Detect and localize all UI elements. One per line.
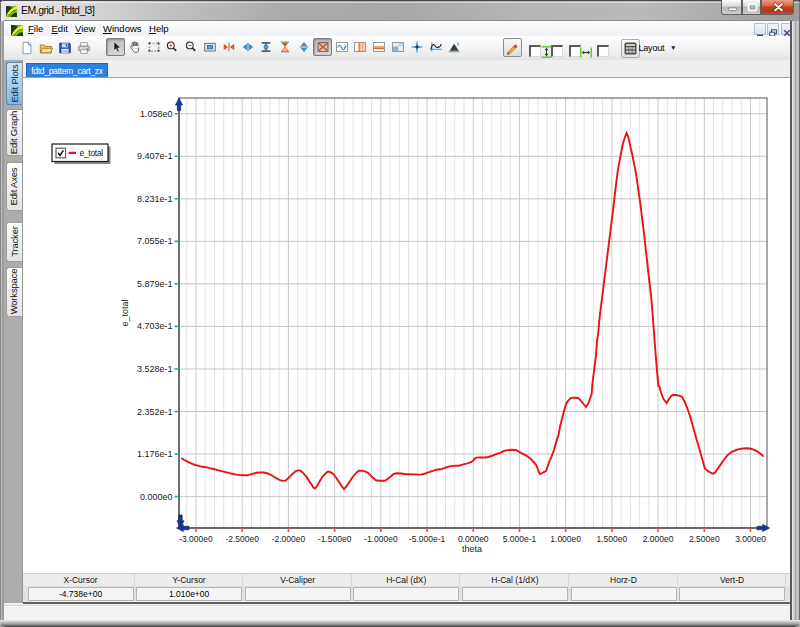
svg-text:4.703e-1: 4.703e-1 — [136, 321, 172, 331]
svg-text:1.500e0: 1.500e0 — [596, 534, 627, 544]
svg-text:1.176e-1: 1.176e-1 — [136, 449, 172, 459]
svg-text:8.231e-1: 8.231e-1 — [136, 194, 172, 204]
svg-text:-5.000e-1: -5.000e-1 — [408, 534, 445, 544]
svg-text:3.000e0: 3.000e0 — [735, 534, 766, 544]
svg-text:-1.500e0: -1.500e0 — [317, 534, 351, 544]
svg-text:9.407e-1: 9.407e-1 — [136, 151, 172, 161]
svg-text:0.000e0: 0.000e0 — [139, 492, 172, 502]
svg-text:e_total: e_total — [120, 299, 130, 326]
svg-text:2.500e0: 2.500e0 — [688, 534, 719, 544]
svg-text:1.000e0: 1.000e0 — [550, 534, 581, 544]
svg-text:7.055e-1: 7.055e-1 — [136, 236, 172, 246]
svg-text:5.000e-1: 5.000e-1 — [502, 534, 536, 544]
svg-text:-2.000e0: -2.000e0 — [271, 534, 305, 544]
svg-text:1.058e0: 1.058e0 — [139, 109, 172, 119]
svg-text:2.000e0: 2.000e0 — [642, 534, 673, 544]
svg-text:-2.500e0: -2.500e0 — [225, 534, 259, 544]
svg-text:-1.000e0: -1.000e0 — [364, 534, 398, 544]
svg-text:e_total: e_total — [79, 148, 103, 158]
svg-text:-3.000e0: -3.000e0 — [179, 534, 213, 544]
svg-text:2.352e-1: 2.352e-1 — [136, 407, 172, 417]
svg-text:5.879e-1: 5.879e-1 — [136, 279, 172, 289]
svg-text:0.000e0: 0.000e0 — [457, 534, 488, 544]
svg-text:theta: theta — [461, 544, 481, 554]
svg-text:3.528e-1: 3.528e-1 — [136, 364, 172, 374]
